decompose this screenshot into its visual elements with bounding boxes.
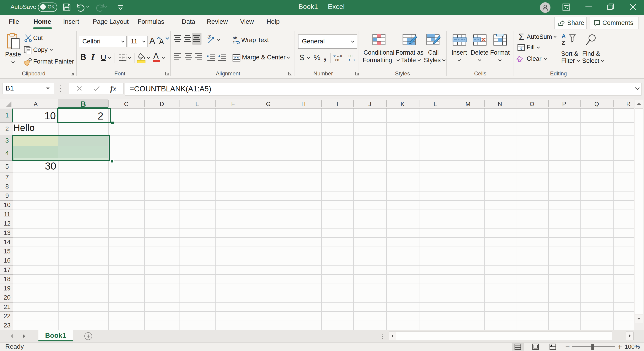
- svg-text:c: c: [233, 40, 235, 44]
- svg-text:A: A: [562, 33, 566, 39]
- svg-text:Z: Z: [562, 40, 565, 46]
- svg-text:ab: ab: [233, 36, 237, 40]
- svg-text:ab: ab: [207, 34, 212, 40]
